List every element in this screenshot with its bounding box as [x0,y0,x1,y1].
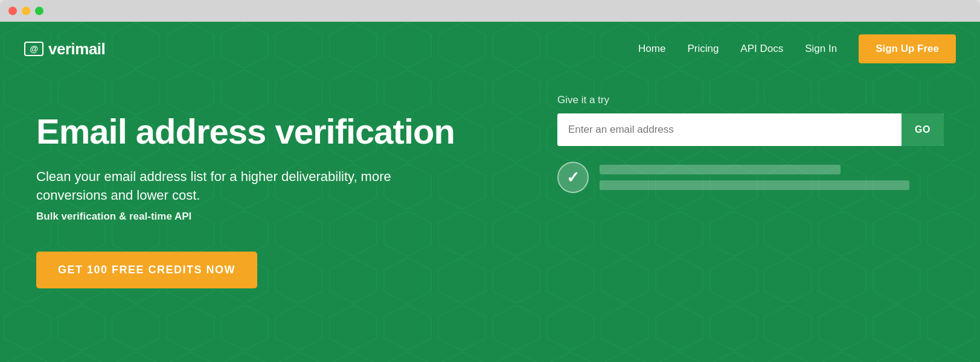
nav-link-sign-in[interactable]: Sign In [805,43,837,55]
result-line-1 [600,165,841,174]
logo[interactable]: verimail [24,40,105,59]
cta-button[interactable]: GET 100 FREE CREDITS NOW [36,252,257,288]
window-maximize-btn[interactable] [35,7,43,15]
nav-link-pricing[interactable]: Pricing [687,43,719,55]
logo-text: verimail [48,40,105,59]
signup-button[interactable]: Sign Up Free [859,34,956,63]
email-input-row: GO [557,113,944,146]
go-button[interactable]: GO [902,113,944,146]
hero-subtitle: Clean your email address list for a high… [36,168,399,205]
widget-label: Give it a try [557,94,944,106]
hero-tagline: Bulk verification & real-time API [36,211,509,223]
check-circle: ✓ [557,162,589,193]
nav-link-home[interactable]: Home [638,43,665,55]
hero-content: Email address verification Clean your em… [0,76,980,288]
hero-left: Email address verification Clean your em… [36,88,509,288]
nav-links: Home Pricing API Docs Sign In Sign Up Fr… [638,34,956,63]
email-input[interactable] [557,113,902,146]
hero-title: Email address verification [36,112,509,151]
hero-section: verimail Home Pricing API Docs Sign In S… [0,22,980,362]
window-chrome [0,0,980,22]
result-line-2 [600,180,909,190]
logo-icon [24,42,43,56]
result-lines [600,165,944,190]
navbar: verimail Home Pricing API Docs Sign In S… [0,22,980,76]
result-area: ✓ [557,158,944,197]
nav-link-api-docs[interactable]: API Docs [740,43,783,55]
checkmark-icon: ✓ [566,168,580,187]
email-verification-widget: Give it a try GO ✓ [557,88,944,197]
page-wrapper: verimail Home Pricing API Docs Sign In S… [0,0,980,362]
window-close-btn[interactable] [8,7,17,15]
window-minimize-btn[interactable] [22,7,30,15]
